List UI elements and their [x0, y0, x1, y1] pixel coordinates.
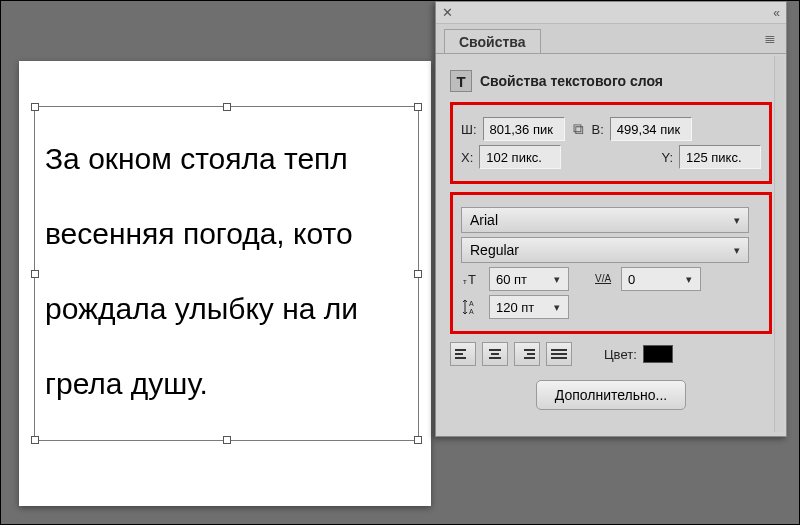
text-layer-content[interactable]: За окном стояла тепл весенняя погода, ко… [35, 107, 418, 431]
tab-properties[interactable]: Свойства [444, 29, 541, 53]
font-style-value: Regular [470, 242, 519, 258]
x-field[interactable]: 102 пикс. [479, 145, 561, 169]
tracking-value: 0 [628, 272, 635, 287]
collapse-icon[interactable]: « [773, 6, 780, 20]
align-left-button[interactable] [450, 342, 476, 366]
chevron-down-icon: ▾ [554, 273, 560, 286]
font-size-field[interactable]: 60 пт ▾ [489, 267, 569, 291]
text-color-swatch[interactable] [643, 345, 673, 363]
panel-tabrow: Свойства ≣ [436, 24, 786, 54]
x-label: X: [461, 150, 473, 165]
resize-handle[interactable] [223, 103, 231, 111]
leading-field[interactable]: 120 пт ▾ [489, 295, 569, 319]
svg-text:T: T [468, 272, 476, 286]
leading-icon: A A [461, 299, 483, 315]
font-style-select[interactable]: Regular ▾ [461, 237, 749, 263]
text-line: весенняя погода, кото [45, 196, 408, 271]
align-justify-button[interactable] [546, 342, 572, 366]
panel-menu-icon[interactable]: ≣ [764, 30, 776, 46]
app-viewport: За окном стояла тепл весенняя погода, ко… [0, 0, 800, 525]
font-family-value: Arial [470, 212, 498, 228]
section-title: Свойства текстового слоя [480, 73, 663, 89]
close-icon[interactable]: ✕ [442, 5, 453, 20]
svg-text:т: т [463, 277, 467, 286]
transform-group: Ш: 801,36 пик ⧉ В: 499,34 пик X: 102 пик… [450, 102, 772, 184]
chevron-down-icon: ▾ [554, 301, 560, 314]
tracking-field[interactable]: 0 ▾ [621, 267, 701, 291]
height-label: В: [592, 122, 604, 137]
resize-handle[interactable] [31, 270, 39, 278]
advanced-button[interactable]: Дополнительно... [536, 380, 686, 410]
panel-scrollbar[interactable] [774, 56, 784, 432]
font-family-select[interactable]: Arial ▾ [461, 207, 749, 233]
resize-handle[interactable] [31, 103, 39, 111]
text-line: За окном стояла тепл [45, 121, 408, 196]
properties-panel: ✕ « Свойства ≣ Т Свойства текстового сло… [435, 1, 787, 437]
color-label: Цвет: [604, 347, 637, 362]
svg-text:V/A: V/A [595, 273, 611, 284]
text-line: грела душу. [45, 346, 408, 421]
resize-handle[interactable] [414, 436, 422, 444]
width-label: Ш: [461, 122, 477, 137]
panel-body: Т Свойства текстового слоя Ш: 801,36 пик… [436, 54, 786, 420]
align-center-button[interactable] [482, 342, 508, 366]
y-label: Y: [661, 150, 673, 165]
svg-text:A: A [469, 300, 474, 307]
font-size-icon: тT [461, 272, 483, 286]
resize-handle[interactable] [223, 436, 231, 444]
paragraph-row: Цвет: [450, 342, 772, 366]
document-canvas: За окном стояла тепл весенняя погода, ко… [19, 61, 431, 506]
text-layer-frame[interactable]: За окном стояла тепл весенняя погода, ко… [34, 106, 419, 441]
chevron-down-icon: ▾ [734, 214, 740, 227]
height-field[interactable]: 499,34 пик [610, 117, 692, 141]
leading-value: 120 пт [496, 300, 534, 315]
chevron-down-icon: ▾ [686, 273, 692, 286]
font-size-value: 60 пт [496, 272, 527, 287]
resize-handle[interactable] [414, 270, 422, 278]
y-field[interactable]: 125 пикс. [679, 145, 761, 169]
character-group: Arial ▾ Regular ▾ тT 60 пт [450, 192, 772, 334]
text-line: рождала улыбку на ли [45, 271, 408, 346]
tracking-icon: V/A [593, 272, 615, 286]
width-field[interactable]: 801,36 пик [483, 117, 565, 141]
svg-text:A: A [469, 308, 474, 315]
align-right-button[interactable] [514, 342, 540, 366]
resize-handle[interactable] [31, 436, 39, 444]
resize-handle[interactable] [414, 103, 422, 111]
panel-topbar: ✕ « [436, 2, 786, 24]
link-icon[interactable]: ⧉ [571, 120, 586, 138]
type-layer-icon: Т [450, 70, 472, 92]
chevron-down-icon: ▾ [734, 244, 740, 257]
